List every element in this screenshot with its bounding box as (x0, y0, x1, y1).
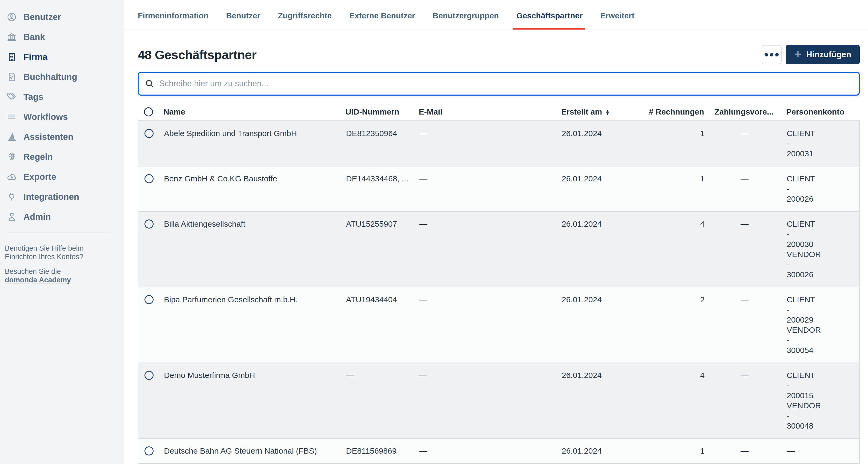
uid-numbers: ATU15255907 (344, 219, 415, 229)
admin-person-icon (6, 211, 17, 222)
column-header-created[interactable]: Erstellt am▲▼ (559, 107, 639, 117)
tab-benutzer[interactable]: Benutzer (226, 2, 260, 30)
table-row[interactable]: Benz GmbH & Co.KG Baustoffe DE144334468,… (138, 166, 859, 211)
created-date: 26.01.2024 (560, 174, 639, 184)
row-checkbox[interactable] (145, 220, 154, 229)
sidebar-item-label: Assistenten (24, 132, 73, 142)
tab-benutzergruppen[interactable]: Benutzergruppen (433, 2, 499, 30)
sidebar-item-admin[interactable]: Admin (0, 207, 124, 227)
settings-tabbar: Firmeninformation Benutzer Zugriffsrecht… (124, 0, 868, 30)
cloud-download-icon (6, 171, 17, 182)
uid-numbers: ATU19434404 (344, 295, 415, 305)
sidebar-item-label: Admin (24, 212, 51, 222)
sort-icon[interactable]: ▲▼ (605, 110, 610, 115)
domonda-academy-link[interactable]: domonda Academy (5, 276, 71, 284)
invoice-count: 1 (639, 174, 705, 184)
row-checkbox[interactable] (145, 129, 154, 138)
row-checkbox[interactable] (145, 174, 154, 183)
sidebar-item-tags[interactable]: Tags (0, 87, 124, 107)
sidebar-item-firma[interactable]: Firma (0, 47, 124, 67)
search-bar (138, 72, 860, 96)
invoice-count: 4 (639, 370, 705, 380)
column-header-email[interactable]: E-Mail (415, 107, 559, 117)
table-row[interactable]: Abele Spedition und Transport GmbH DE812… (138, 121, 859, 166)
sidebar-item-assistenten[interactable]: Assistenten (0, 127, 124, 147)
personal-account: CLIENT - 200029 VENDOR - 300054 (784, 295, 859, 355)
svg-text:$: $ (10, 76, 12, 80)
uid-numbers: DE144334468, ... (344, 174, 415, 184)
tab-externe-benutzer[interactable]: Externe Benutzer (349, 2, 415, 30)
column-header-account[interactable]: Personenkonto (784, 107, 860, 117)
invoice-count: 1 (639, 128, 705, 138)
select-all-checkbox[interactable] (144, 107, 153, 117)
row-checkbox[interactable] (145, 446, 154, 456)
partner-name: Abele Spedition und Transport GmbH (161, 128, 344, 138)
sidebar-item-regeln[interactable]: Regeln (0, 147, 124, 167)
tags-icon (6, 92, 17, 102)
partner-email: — (415, 370, 560, 380)
sidebar-help: Benötigen Sie Hilfe beim Einrichten Ihre… (0, 233, 124, 285)
row-checkbox[interactable] (145, 295, 154, 304)
sidebar-item-bank[interactable]: Bank (0, 27, 124, 47)
sidebar-item-label: Regeln (24, 152, 53, 162)
plug-icon (6, 192, 17, 202)
column-header-uid[interactable]: UID-Nummern (344, 107, 415, 117)
partner-name: Bipa Parfumerien Gesellschaft m.b.H. (161, 295, 344, 305)
personal-account: — (784, 446, 859, 456)
table-header: Name UID-Nummern E-Mail Erstellt am▲▼ # … (138, 104, 860, 120)
created-date: 26.01.2024 (560, 370, 639, 380)
sidebar-item-label: Benutzer (24, 12, 61, 22)
payment-terms: — (705, 295, 784, 305)
main-panel: Firmeninformation Benutzer Zugriffsrecht… (124, 0, 868, 464)
tab-geschaeftspartner[interactable]: Geschäftspartner (516, 2, 583, 30)
sidebar-item-label: Integrationen (24, 192, 79, 202)
column-header-payment[interactable]: Zahlungsvore... (704, 107, 784, 117)
payment-terms: — (705, 128, 784, 138)
table-row[interactable]: Deutsche Bahn AG Steuern National (FBS) … (138, 438, 859, 463)
help-question-line1: Benötigen Sie Hilfe beim (5, 244, 119, 253)
table-row[interactable]: Billa Aktiengesellschaft ATU15255907 — 2… (138, 211, 859, 287)
created-date: 26.01.2024 (560, 446, 639, 456)
uid-numbers: DE812350964 (344, 128, 415, 138)
bank-icon (6, 32, 17, 42)
column-header-invoices[interactable]: # Rechnungen (639, 107, 704, 117)
invoice-count: 1 (639, 446, 705, 456)
partner-name: Benz GmbH & Co.KG Baustoffe (161, 174, 344, 184)
personal-account: CLIENT - 200031 (784, 128, 859, 159)
add-button-label: Hinzufügen (806, 50, 851, 59)
sidebar-item-integrationen[interactable]: Integrationen (0, 187, 124, 207)
tab-erweitert[interactable]: Erweitert (600, 2, 634, 30)
sidebar-item-buchhaltung[interactable]: $ Buchhaltung (0, 67, 124, 87)
page-title: 48 Geschäftspartner (138, 47, 256, 62)
help-question-line2: Einrichten Ihres Kontos? (5, 253, 119, 261)
tab-zugriffsrechte[interactable]: Zugriffsrechte (278, 2, 332, 30)
sidebar-item-label: Buchhaltung (24, 72, 77, 82)
sidebar-item-workflows[interactable]: Workflows (0, 107, 124, 127)
partner-email: — (415, 446, 560, 456)
sidebar-item-benutzer[interactable]: Benutzer (0, 7, 124, 27)
table-row[interactable]: Demo Musterfirma GmbH — — 26.01.2024 4 —… (138, 363, 859, 438)
partner-email: — (415, 174, 560, 184)
search-input[interactable] (159, 79, 853, 89)
row-checkbox[interactable] (145, 371, 154, 380)
partner-email: — (415, 128, 560, 138)
traffic-light-icon (6, 152, 17, 162)
table-row[interactable]: Bipa Parfumerien Gesellschaft m.b.H. ATU… (138, 287, 859, 363)
add-partner-button[interactable]: + Hinzufügen (786, 45, 860, 64)
created-date: 26.01.2024 (560, 128, 639, 138)
workflow-lines-icon (6, 111, 17, 122)
sidebar-item-exporte[interactable]: Exporte (0, 167, 124, 187)
personal-account: CLIENT - 200015 VENDOR - 300048 (784, 370, 859, 431)
payment-terms: — (705, 370, 784, 380)
tab-firmeninformation[interactable]: Firmeninformation (138, 2, 209, 30)
partner-name: Deutsche Bahn AG Steuern National (FBS) (161, 446, 344, 456)
created-date: 26.01.2024 (560, 219, 639, 229)
sidebar: Benutzer Bank Firma $ Buchhaltung Tags W… (0, 0, 124, 464)
user-circle-icon (6, 12, 17, 22)
column-header-name[interactable]: Name (160, 107, 344, 117)
sidebar-item-label: Exporte (24, 172, 56, 182)
wizard-hat-icon (6, 132, 17, 142)
partner-name: Demo Musterfirma GmbH (161, 370, 344, 380)
payment-terms: — (705, 446, 784, 456)
more-actions-button[interactable] (762, 45, 782, 64)
